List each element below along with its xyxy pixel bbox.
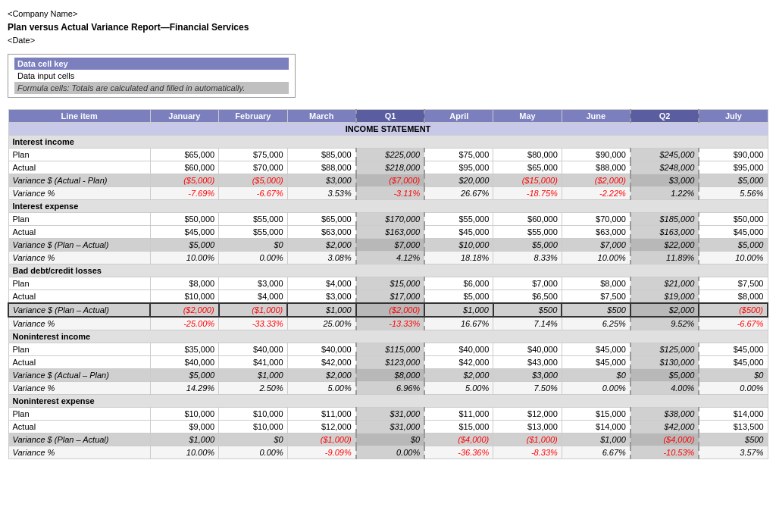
lineitem-label: Variance % xyxy=(8,317,150,330)
variance-table: Line item January February March Q1 Apri… xyxy=(8,109,768,459)
table-cell: -7.69% xyxy=(150,187,219,200)
section-header-label: Noninterest expense xyxy=(8,395,768,408)
lineitem-label: Variance $ (Plan – Actual) xyxy=(8,433,150,446)
lineitem-label: Variance % xyxy=(8,252,150,264)
table-cell: $115,000 xyxy=(356,343,425,356)
table-row: Plan$8,000$3,000$4,000$15,000$6,000$7,00… xyxy=(8,277,768,290)
lineitem-label: Actual xyxy=(8,421,150,433)
section-header-row: Interest expense xyxy=(8,200,768,213)
table-row: Actual$40,000$41,000$42,000$123,000$42,0… xyxy=(8,356,768,369)
lineitem-label: Variance $ (Plan – Actual) xyxy=(8,239,150,252)
legend-formula: Formula cells: Totals are calculated and… xyxy=(14,82,289,94)
col-header-january: January xyxy=(150,110,219,123)
table-cell: 5.00% xyxy=(424,382,493,395)
table-cell: $13,000 xyxy=(493,421,562,433)
table-cell: -25.00% xyxy=(150,317,219,330)
col-header-july: July xyxy=(699,110,768,123)
table-cell: $15,000 xyxy=(562,408,630,421)
table-cell: $40,000 xyxy=(219,343,288,356)
table-cell: $35,000 xyxy=(150,343,219,356)
table-cell: $55,000 xyxy=(219,226,288,239)
table-cell: 10.00% xyxy=(150,446,219,459)
table-cell: 14.29% xyxy=(150,382,219,395)
table-cell: $5,000 xyxy=(424,290,493,304)
table-cell: $38,000 xyxy=(630,408,699,421)
table-cell: -13.33% xyxy=(356,317,425,330)
table-cell: -8.33% xyxy=(493,446,562,459)
table-cell: $1,000 xyxy=(424,303,493,317)
section-header-row: Noninterest income xyxy=(8,330,768,343)
lineitem-label: Plan xyxy=(8,213,150,226)
table-cell: $8,000 xyxy=(150,277,219,290)
table-cell: $45,000 xyxy=(699,226,768,239)
table-cell: $14,000 xyxy=(699,408,768,421)
lineitem-label: Actual xyxy=(8,356,150,369)
table-cell: $95,000 xyxy=(699,161,768,174)
table-cell: 6.67% xyxy=(562,446,630,459)
table-row: Variance $ (Plan – Actual)$5,000$0$2,000… xyxy=(8,239,768,252)
table-cell: $3,000 xyxy=(493,369,562,382)
table-cell: 0.00% xyxy=(562,382,630,395)
table-cell: $3,000 xyxy=(287,290,356,304)
table-row: Actual$10,000$4,000$3,000$17,000$5,000$6… xyxy=(8,290,768,304)
lineitem-label: Actual xyxy=(8,290,150,304)
table-cell: $163,000 xyxy=(630,226,699,239)
table-row: Plan$65,000$75,000$85,000$225,000$75,000… xyxy=(8,149,768,161)
table-cell: $7,500 xyxy=(562,290,630,304)
report-title: Plan versus Actual Variance Report—Finan… xyxy=(8,20,768,34)
table-cell: 3.53% xyxy=(287,187,356,200)
table-cell: -9.09% xyxy=(287,446,356,459)
table-cell: $10,000 xyxy=(424,239,493,252)
table-cell: $7,500 xyxy=(699,277,768,290)
table-cell: 10.00% xyxy=(150,252,219,264)
table-cell: $55,000 xyxy=(493,226,562,239)
table-cell: $1,000 xyxy=(562,433,630,446)
table-cell: $12,000 xyxy=(287,421,356,433)
table-cell: 25.00% xyxy=(287,317,356,330)
table-cell: -6.67% xyxy=(699,317,768,330)
table-cell: 16.67% xyxy=(424,317,493,330)
col-header-june: June xyxy=(562,110,630,123)
table-cell: ($2,000) xyxy=(562,174,630,187)
column-headers: Line item January February March Q1 Apri… xyxy=(8,110,768,123)
table-cell: 7.50% xyxy=(493,382,562,395)
table-cell: $42,000 xyxy=(630,421,699,433)
table-row: Variance %14.29%2.50%5.00%6.96%5.00%7.50… xyxy=(8,382,768,395)
table-row: Actual$9,000$10,000$12,000$31,000$15,000… xyxy=(8,421,768,433)
table-cell: $5,000 xyxy=(493,239,562,252)
table-cell: 1.22% xyxy=(630,187,699,200)
report-date: <Date> xyxy=(8,34,768,47)
table-cell: $85,000 xyxy=(287,149,356,161)
table-cell: 2.50% xyxy=(219,382,288,395)
table-cell: $65,000 xyxy=(493,161,562,174)
table-cell: $88,000 xyxy=(287,161,356,174)
table-cell: $125,000 xyxy=(630,343,699,356)
table-cell: $123,000 xyxy=(356,356,425,369)
table-cell: $40,000 xyxy=(287,343,356,356)
table-cell: $11,000 xyxy=(424,408,493,421)
table-cell: $70,000 xyxy=(562,213,630,226)
table-cell: ($4,000) xyxy=(424,433,493,446)
table-cell: $8,000 xyxy=(562,277,630,290)
table-cell: $5,000 xyxy=(150,239,219,252)
table-row: Actual$45,000$55,000$63,000$163,000$45,0… xyxy=(8,226,768,239)
table-cell: $3,000 xyxy=(287,174,356,187)
table-cell: 5.00% xyxy=(287,382,356,395)
col-header-q2: Q2 xyxy=(630,110,699,123)
table-cell: $10,000 xyxy=(150,408,219,421)
table-cell: ($1,000) xyxy=(219,303,288,317)
table-cell: $19,000 xyxy=(630,290,699,304)
table-cell: $6,500 xyxy=(493,290,562,304)
table-cell: $15,000 xyxy=(356,277,425,290)
table-cell: $7,000 xyxy=(493,277,562,290)
table-cell: $6,000 xyxy=(424,277,493,290)
lineitem-label: Plan xyxy=(8,277,150,290)
table-cell: $75,000 xyxy=(424,149,493,161)
table-cell: $4,000 xyxy=(219,290,288,304)
table-cell: $245,000 xyxy=(630,149,699,161)
table-cell: $10,000 xyxy=(219,408,288,421)
table-cell: $45,000 xyxy=(150,226,219,239)
table-cell: $185,000 xyxy=(630,213,699,226)
table-cell: $10,000 xyxy=(150,290,219,304)
table-cell: $20,000 xyxy=(424,174,493,187)
